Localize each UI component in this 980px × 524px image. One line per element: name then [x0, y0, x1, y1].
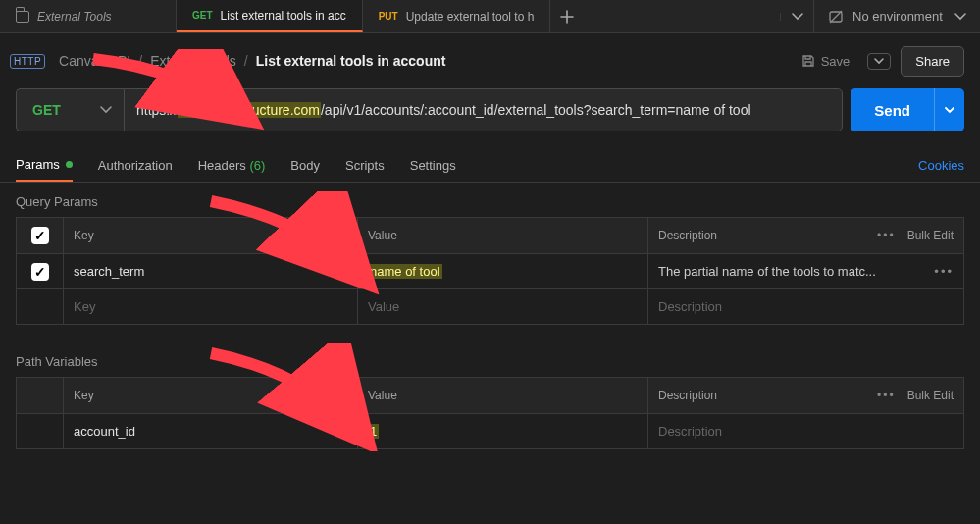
more-icon[interactable]: •••: [877, 229, 896, 242]
bulk-edit-link[interactable]: Bulk Edit: [907, 389, 954, 402]
col-value: Value: [358, 378, 648, 413]
col-value: Value: [358, 218, 648, 253]
row-more-icon[interactable]: •••: [934, 264, 954, 279]
breadcrumb-root[interactable]: Canvas API: [59, 53, 130, 69]
tab-collection-label: External Tools: [37, 10, 112, 24]
value-input[interactable]: Value: [358, 289, 648, 324]
tab-request-0[interactable]: GET List external tools in acc: [177, 0, 363, 32]
pathvar-description[interactable]: Description: [648, 414, 963, 448]
table-header-row: ✓ Key Value Description ••• Bulk Edit: [17, 218, 963, 253]
path-variables-table: Key Value Description ••• Bulk Edit acco…: [16, 377, 964, 449]
col-key: Key: [64, 378, 358, 413]
col-description: Description ••• Bulk Edit: [648, 218, 963, 253]
table-header-row: Key Value Description ••• Bulk Edit: [17, 378, 963, 413]
query-param-empty-row: Key Value Description: [17, 288, 963, 324]
method-badge: PUT: [379, 11, 398, 22]
col-key: Key: [64, 218, 358, 253]
save-label: Save: [821, 54, 851, 69]
param-value[interactable]: name of tool: [358, 254, 648, 288]
tab-request-1[interactable]: PUT Update external tool to h: [363, 0, 551, 32]
save-menu-button[interactable]: [867, 53, 891, 70]
share-label: Share: [915, 54, 950, 69]
subtabs: Params Authorization Headers (6) Body Sc…: [0, 149, 980, 183]
tab-overflow-button[interactable]: [780, 13, 813, 21]
tab-title: List external tools in acc: [221, 9, 346, 23]
path-var-row: account_id 1 Description: [17, 413, 963, 448]
method-select[interactable]: GET: [16, 88, 124, 131]
tab-collection[interactable]: External Tools: [0, 0, 177, 32]
tabs-bar: External Tools GET List external tools i…: [0, 0, 980, 33]
save-icon: [801, 54, 815, 68]
no-environment-icon: [828, 9, 843, 24]
http-badge: HTTP: [10, 54, 45, 69]
environment-label: No environment: [852, 9, 943, 24]
share-button[interactable]: Share: [901, 46, 964, 77]
url-scheme: https://: [136, 102, 178, 118]
url-rest: /api/v1/accounts/:account_id/external_to…: [321, 102, 751, 118]
checkbox-icon: ✓: [31, 227, 49, 244]
cookies-link[interactable]: Cookies: [918, 158, 964, 173]
folder-icon: [16, 11, 29, 23]
send-button[interactable]: Send: [851, 88, 934, 131]
tab-body[interactable]: Body: [290, 149, 320, 182]
params-indicator-dot: [66, 161, 73, 168]
method-badge: GET: [192, 10, 213, 21]
send-menu-button[interactable]: [934, 88, 964, 131]
chevron-down-icon: [100, 106, 112, 114]
row-checkbox[interactable]: ✓: [17, 254, 64, 288]
tab-scripts[interactable]: Scripts: [345, 149, 385, 182]
new-tab-button[interactable]: [550, 10, 584, 24]
pathvar-key[interactable]: account_id: [64, 414, 358, 448]
col-description: Description ••• Bulk Edit: [648, 378, 963, 413]
tab-params[interactable]: Params: [16, 149, 73, 182]
breadcrumb: Canvas API / External Tools / List exter…: [59, 53, 445, 69]
request-row: GET https://canvas.instructure.com/api/v…: [0, 88, 980, 131]
tab-authorization[interactable]: Authorization: [98, 149, 173, 182]
checkbox-icon: ✓: [31, 263, 49, 281]
svg-line-1: [830, 11, 842, 23]
chevron-down-icon: [954, 13, 966, 21]
more-icon[interactable]: •••: [877, 389, 896, 402]
tab-headers[interactable]: Headers (6): [198, 149, 266, 182]
save-button[interactable]: Save: [794, 48, 858, 75]
url-input[interactable]: https://canvas.instructure.com/api/v1/ac…: [124, 88, 843, 131]
bulk-edit-link[interactable]: Bulk Edit: [907, 229, 954, 242]
description-input[interactable]: Description: [648, 289, 963, 324]
path-variables-title: Path Variables: [0, 342, 980, 377]
checkbox-all[interactable]: ✓: [17, 218, 64, 253]
pathvar-value[interactable]: 1: [358, 414, 648, 448]
environment-select[interactable]: No environment: [813, 0, 980, 32]
tab-settings[interactable]: Settings: [410, 149, 456, 182]
tab-title: Update external tool to h: [406, 10, 535, 24]
query-params-table: ✓ Key Value Description ••• Bulk Edit ✓ …: [16, 217, 964, 325]
query-param-row: ✓ search_term name of tool The partial n…: [17, 253, 963, 288]
url-host: canvas.instructure.com: [178, 102, 321, 118]
key-input[interactable]: Key: [64, 289, 358, 324]
param-description[interactable]: The partial name of the tools to matc...…: [648, 254, 963, 288]
param-key[interactable]: search_term: [64, 254, 358, 288]
topbar: HTTP Canvas API / External Tools / List …: [0, 33, 980, 88]
breadcrumb-current: List external tools in account: [256, 53, 446, 69]
breadcrumb-mid[interactable]: External Tools: [150, 53, 236, 69]
query-params-title: Query Params: [0, 183, 980, 217]
send-label: Send: [874, 102, 910, 119]
method-value: GET: [32, 102, 61, 118]
